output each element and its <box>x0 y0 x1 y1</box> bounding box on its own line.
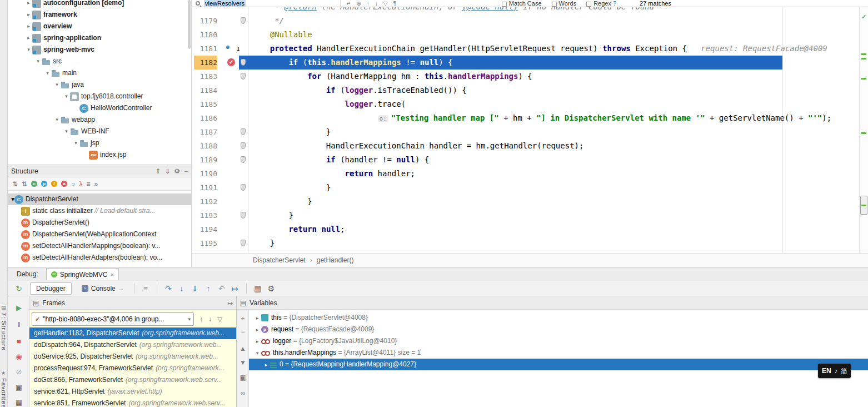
frame-up-icon[interactable]: ↑ <box>199 315 203 323</box>
show-fields-toggle[interactable]: f <box>51 181 57 187</box>
scrollbar-thumb[interactable] <box>860 196 867 215</box>
words-toggle[interactable]: Words <box>552 0 577 7</box>
chevron-down-icon[interactable]: ▾ <box>44 67 51 79</box>
chevron-right-icon[interactable]: ▸ <box>253 336 261 347</box>
tool-window-button-7-structure[interactable]: 7: Structure <box>1 312 7 351</box>
variable-row[interactable]: ▸logger = {LogFactory$JavaUtilLog@4010} <box>249 335 868 347</box>
words-checkbox[interactable] <box>552 2 557 7</box>
pin-icon[interactable]: ↦ <box>227 300 233 306</box>
prev-match-icon[interactable]: ↑ <box>367 1 370 7</box>
gutter-line[interactable]: 1189 <box>192 153 248 167</box>
regex-checkbox[interactable] <box>586 2 591 7</box>
chevron-down-icon[interactable]: ▾ <box>34 56 42 67</box>
tab-console[interactable]: ›Console→ <box>76 282 129 295</box>
structure-item-dispatcherservlet-webapplicationcontext[interactable]: DispatcherServlet(WebApplicationContext <box>8 229 191 240</box>
stack-frame[interactable]: service:851, FrameworkServlet(org.spring… <box>29 398 237 407</box>
tree-item-spring-web-mvc[interactable]: ▾spring-web-mvc <box>8 44 191 56</box>
tree-item-src[interactable]: ▾src <box>8 56 191 67</box>
enter-icon[interactable]: ↵ <box>346 1 351 7</box>
gutter-line[interactable]: 1188 <box>192 139 248 153</box>
structure-item-static-class-initializer[interactable]: static class initializer // Load default… <box>8 205 191 217</box>
chevron-right-icon[interactable]: ▸ <box>262 359 270 370</box>
gutter-line[interactable]: 1180 <box>192 28 248 42</box>
duplicate-watch-icon[interactable]: ▣ <box>239 374 247 381</box>
more-options-icon[interactable]: ¶ <box>393 1 396 7</box>
step-out-icon[interactable]: ↑ <box>202 284 215 293</box>
regex-toggle[interactable]: Regex? <box>586 0 616 7</box>
stack-frame[interactable]: doDispatch:964, DispatcherServlet(org.sp… <box>29 339 237 351</box>
chevron-down-icon[interactable]: ▾ <box>53 79 61 91</box>
gutter-line[interactable]: 1184 <box>192 83 248 97</box>
gutter-line[interactable]: 1193 <box>192 209 248 222</box>
code-line[interactable]: } <box>248 181 859 195</box>
force-step-into-icon[interactable]: ⇓ <box>188 284 202 293</box>
gutter-line[interactable]: 1194 <box>192 222 248 236</box>
chevron-down-icon[interactable]: ▾ <box>25 44 32 56</box>
chevron-right-icon[interactable]: ▸ <box>25 32 32 44</box>
step-over-icon[interactable]: ↷ <box>162 284 175 293</box>
tree-item-overview[interactable]: ▸overview <box>8 21 191 32</box>
chevron-down-icon[interactable]: ▾ <box>63 126 70 137</box>
autoscroll-source-icon[interactable]: ≡ <box>86 181 90 187</box>
chevron-down-icon[interactable]: ▾ <box>53 114 61 126</box>
match-case-toggle[interactable]: Match Case <box>502 0 542 7</box>
gutter-line[interactable]: 1182 <box>192 56 248 70</box>
breadcrumb-method[interactable]: getHandler() <box>317 256 354 264</box>
sort-by-visibility-icon[interactable]: ⇅ <box>12 181 18 187</box>
gutter-line[interactable]: 1186 <box>192 111 248 125</box>
thread-selector[interactable]: ✓ "http-bio-8080-exec-3"@4,006 in group.… <box>32 312 194 326</box>
show-properties-toggle[interactable]: p <box>41 181 47 187</box>
move-watch-up-icon[interactable]: ▲ <box>239 345 247 352</box>
run-to-cursor-icon[interactable]: ↦ <box>228 284 242 293</box>
hamburger-icon[interactable]: ≡ <box>139 284 152 293</box>
next-match-icon[interactable]: ↓ <box>375 1 378 7</box>
variable-row[interactable]: ▸0 = {RequestMappingHandlerMapping@4027} <box>249 359 868 370</box>
chevron-right-icon[interactable]: ▸ <box>253 324 261 335</box>
chevron-right-icon[interactable]: ▸ <box>25 0 32 9</box>
more-icon[interactable]: » <box>94 181 98 187</box>
chevron-down-icon[interactable]: ▾ <box>63 91 70 102</box>
step-into-icon[interactable]: ↓ <box>175 284 188 293</box>
variable-row[interactable]: ▸this = {DispatcherServlet@4008} <box>249 312 868 324</box>
add-watch-icon[interactable]: + <box>239 315 247 322</box>
close-icon[interactable]: × <box>111 271 114 278</box>
stack-frame[interactable]: service:621, HttpServlet(javax.servlet.h… <box>29 386 237 398</box>
gutter-line[interactable]: 1181↓ <box>192 42 248 56</box>
chevron-right-icon[interactable]: ▸ <box>25 21 32 32</box>
code-line[interactable]: HandlerExecutionChain handler = hm.getHa… <box>248 139 859 153</box>
search-input[interactable]: viewResolvers <box>192 0 341 7</box>
tree-item-main[interactable]: ▾main <box>8 67 191 79</box>
code-line[interactable]: } <box>248 236 859 250</box>
stack-frame[interactable]: processRequest:974, FrameworkServlet(org… <box>29 363 237 374</box>
drop-frame-icon[interactable]: ↶ <box>215 284 228 293</box>
variable-row[interactable]: ▸request = {RequestFacade@4009} <box>249 324 868 335</box>
tree-item-top-fjy8018-controller[interactable]: ▾top.fjy8018.controller <box>8 91 191 102</box>
frame-down-icon[interactable]: ↓ <box>208 315 212 323</box>
gutter-line[interactable]: 1183 <box>192 70 248 83</box>
code-line[interactable]: } <box>248 195 859 209</box>
tree-item-web-inf[interactable]: ▾WEB-INF <box>8 126 191 137</box>
resume-icon[interactable]: ▶ <box>14 304 23 311</box>
filter-icon[interactable]: ▽ <box>383 1 388 7</box>
tool-window-button-favorites[interactable]: Favorites <box>1 378 7 407</box>
match-case-checkbox[interactable] <box>502 2 507 7</box>
chevron-down-icon[interactable]: ▾ <box>253 348 261 359</box>
gutter-line[interactable]: 1192 <box>192 195 248 209</box>
breadcrumb-class[interactable]: DispatcherServlet <box>253 256 306 264</box>
tab-debugger[interactable]: Debugger <box>30 282 72 295</box>
collapse-all-icon[interactable]: ⇑ <box>155 168 161 175</box>
evaluate-expression-icon[interactable]: ▦ <box>251 284 265 293</box>
tab-springwebmvc[interactable]: SpringWebMVC × <box>46 268 119 280</box>
regex-help-link[interactable]: ? <box>613 0 616 7</box>
gutter-line[interactable]: 1179 <box>192 14 248 28</box>
stack-frame[interactable]: doService:925, DispatcherServlet(org.spr… <box>29 351 237 363</box>
code-line[interactable]: return handler; <box>248 167 859 181</box>
tree-item-autoconfiguration-demo[interactable]: ▸autoconfiguration [demo] <box>8 0 191 9</box>
tree-item-helloworldcontroller[interactable]: HelloWorldController <box>8 102 191 114</box>
stack-frame[interactable]: getHandler:1182, DispatcherServlet(org.s… <box>29 327 237 339</box>
gutter-line[interactable]: 1195 <box>192 236 248 250</box>
thread-dump-icon[interactable]: ▣ <box>14 384 23 391</box>
code-line[interactable]: protected HandlerExecutionChain getHandl… <box>248 42 859 56</box>
expand-all-icon[interactable]: ⇓ <box>164 168 170 175</box>
structure-item-setdetectallhandlermappings-boolean-v[interactable]: setDetectAllHandlerMappings(boolean): v.… <box>8 240 191 252</box>
